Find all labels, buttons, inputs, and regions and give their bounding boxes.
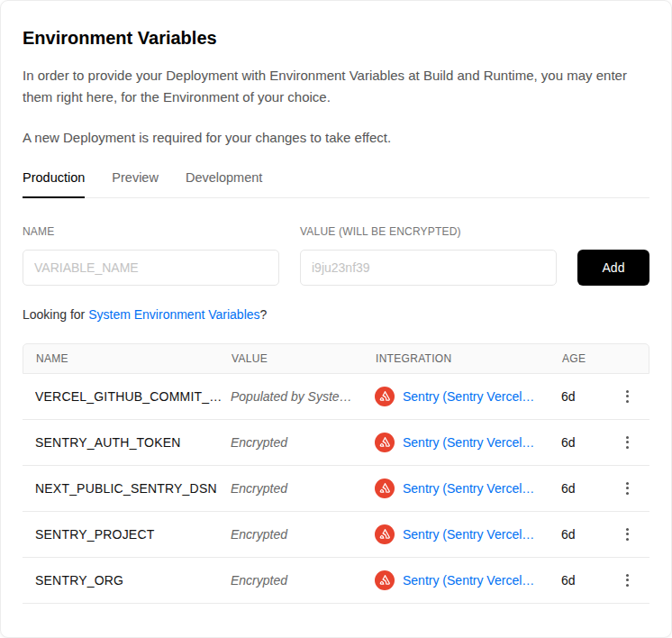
variable-value-input[interactable] (300, 250, 557, 286)
variable-name-input[interactable] (23, 250, 279, 286)
integration-link[interactable]: Sentry (Sentry Vercel… (403, 435, 552, 450)
system-env-hint: Looking for System Environment Variables… (23, 307, 649, 322)
system-env-prefix: Looking for (23, 307, 88, 322)
env-value: Encrypted (231, 527, 375, 542)
header-age: AGE (562, 352, 618, 365)
kebab-menu-icon[interactable] (620, 478, 635, 499)
env-name: SENTRY_PROJECT (35, 527, 231, 542)
header-integration: INTEGRATION (376, 352, 562, 365)
table-row: SENTRY_ORG Encrypted Sentry (Sentry Verc… (23, 558, 649, 604)
environment-tabs: Production Preview Development (23, 170, 649, 198)
env-name: SENTRY_ORG (35, 573, 231, 588)
system-env-link[interactable]: System Environment Variables (88, 307, 259, 322)
sentry-icon (375, 524, 395, 544)
description-line-2: A new Deployment is required for your ch… (23, 127, 644, 149)
add-variable-form: NAME VALUE (WILL BE ENCRYPTED) Add (23, 225, 649, 286)
integration-link[interactable]: Sentry (Sentry Vercel… (403, 389, 552, 404)
sentry-icon (375, 433, 395, 452)
env-integration: Sentry (Sentry Vercel… (375, 387, 561, 406)
env-vars-table: NAME VALUE INTEGRATION AGE VERCEL_GITHUB… (23, 343, 649, 604)
environment-variables-panel: Environment Variables In order to provid… (0, 0, 672, 638)
env-age: 6d (561, 573, 617, 588)
table-row: NEXT_PUBLIC_SENTRY_DSN Encrypted Sentry … (23, 466, 649, 512)
header-value: VALUE (232, 352, 376, 365)
env-name: NEXT_PUBLIC_SENTRY_DSN (35, 481, 231, 496)
page-title: Environment Variables (23, 28, 649, 49)
kebab-menu-icon[interactable] (620, 524, 635, 545)
sentry-icon (375, 478, 395, 498)
table-row: SENTRY_PROJECT Encrypted Sentry (Sentry … (23, 512, 649, 558)
env-value: Encrypted (231, 435, 375, 450)
system-env-suffix: ? (260, 307, 268, 322)
env-integration: Sentry (Sentry Vercel… (375, 570, 561, 590)
kebab-menu-icon[interactable] (620, 570, 635, 591)
table-row: SENTRY_AUTH_TOKEN Encrypted Sentry (Sent… (23, 420, 649, 466)
env-age: 6d (561, 435, 617, 450)
env-integration: Sentry (Sentry Vercel… (375, 524, 561, 544)
env-value: Populated by Syste… (231, 389, 375, 404)
name-field-group: NAME (23, 225, 279, 286)
env-value: Encrypted (231, 481, 375, 496)
kebab-menu-icon[interactable] (620, 386, 635, 407)
tab-development[interactable]: Development (186, 170, 262, 197)
env-name: SENTRY_AUTH_TOKEN (35, 435, 231, 450)
add-button[interactable]: Add (577, 250, 649, 286)
sentry-icon (375, 387, 395, 406)
tab-preview[interactable]: Preview (112, 170, 159, 197)
env-age: 6d (561, 527, 617, 542)
table-row: VERCEL_GITHUB_COMMIT_… Populated by Syst… (23, 374, 649, 420)
env-value: Encrypted (231, 573, 375, 588)
env-age: 6d (561, 389, 617, 404)
value-field-group: VALUE (WILL BE ENCRYPTED) (300, 225, 557, 286)
header-name: NAME (36, 352, 232, 365)
env-name: VERCEL_GITHUB_COMMIT_… (35, 389, 231, 404)
integration-link[interactable]: Sentry (Sentry Vercel… (403, 573, 552, 588)
tab-production[interactable]: Production (23, 170, 85, 198)
table-header: NAME VALUE INTEGRATION AGE (23, 343, 649, 374)
kebab-menu-icon[interactable] (620, 432, 635, 453)
sentry-icon (375, 570, 395, 590)
integration-link[interactable]: Sentry (Sentry Vercel… (403, 527, 552, 542)
env-integration: Sentry (Sentry Vercel… (375, 433, 561, 452)
integration-link[interactable]: Sentry (Sentry Vercel… (403, 481, 552, 496)
add-button-group: Add (577, 250, 649, 286)
name-label: NAME (23, 225, 279, 238)
value-label: VALUE (WILL BE ENCRYPTED) (300, 225, 557, 238)
env-age: 6d (561, 481, 617, 496)
env-integration: Sentry (Sentry Vercel… (375, 478, 561, 498)
description-line-1: In order to provide your Deployment with… (23, 65, 644, 109)
